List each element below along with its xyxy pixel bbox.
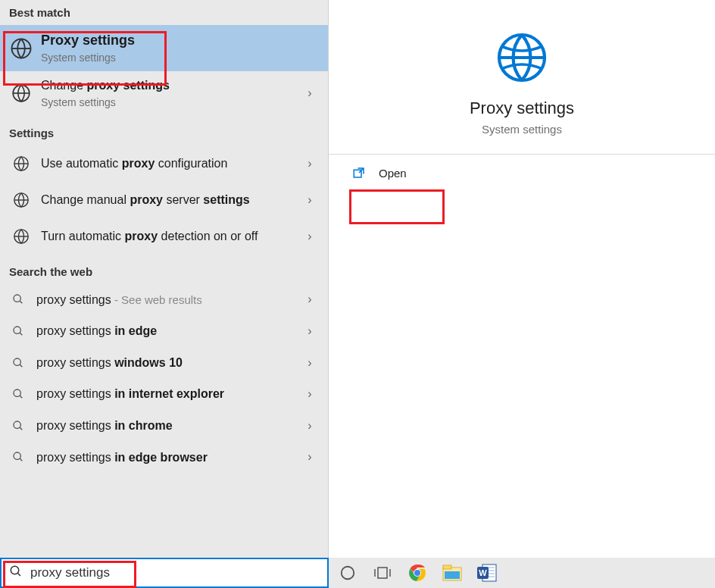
web-result-2[interactable]: proxy settings windows 10 ›	[0, 347, 328, 379]
svg-line-13	[20, 333, 22, 335]
result-settings-0[interactable]: Use automatic proxy configuration ›	[0, 145, 328, 182]
chevron-right-icon[interactable]: ›	[299, 230, 320, 243]
result-settings-1[interactable]: Change manual proxy server settings ›	[0, 182, 328, 218]
section-best-match: Best match	[0, 0, 328, 25]
result-title: proxy settings windows 10	[36, 355, 299, 371]
web-result-3[interactable]: proxy settings in internet explorer ›	[0, 378, 328, 410]
svg-line-11	[20, 301, 22, 303]
search-bar[interactable]	[0, 558, 329, 588]
preview-title: Proxy settings	[344, 99, 700, 118]
svg-rect-35	[443, 565, 451, 569]
svg-point-10	[14, 295, 20, 302]
svg-rect-36	[445, 571, 460, 579]
svg-point-25	[11, 566, 19, 574]
search-icon	[9, 565, 23, 581]
chevron-right-icon[interactable]: ›	[299, 419, 320, 433]
result-title: proxy settings in chrome	[36, 418, 299, 434]
svg-line-21	[20, 458, 22, 461]
svg-point-14	[14, 358, 20, 365]
result-settings-2[interactable]: Turn automatic proxy detection on or off…	[0, 218, 328, 255]
svg-point-16	[14, 389, 20, 396]
svg-rect-28	[378, 568, 387, 578]
result-subtitle: System settings	[41, 95, 299, 110]
chevron-right-icon[interactable]: ›	[299, 324, 320, 338]
svg-line-17	[20, 396, 22, 398]
taskbar: W	[329, 558, 715, 588]
preview-subtitle: System settings	[344, 123, 700, 136]
result-title: proxy settings in edge browser	[36, 449, 299, 466]
search-icon	[11, 292, 26, 307]
web-result-1[interactable]: proxy settings in edge ›	[0, 315, 328, 347]
svg-point-33	[414, 570, 420, 576]
result-title: proxy settings in internet explorer	[36, 386, 299, 402]
open-action[interactable]: Open	[329, 155, 715, 191]
svg-line-15	[20, 364, 22, 367]
globe-icon	[9, 224, 33, 249]
search-icon	[11, 386, 26, 402]
search-icon	[11, 449, 26, 464]
globe-icon	[9, 81, 33, 105]
search-icon	[11, 355, 26, 371]
globe-icon	[9, 36, 33, 61]
word-icon[interactable]: W	[477, 563, 497, 583]
result-title: Turn automatic proxy detection on or off	[41, 228, 268, 245]
svg-text:W: W	[479, 568, 487, 577]
chevron-right-icon[interactable]: ›	[299, 387, 320, 401]
search-icon	[11, 418, 26, 433]
search-input[interactable]	[30, 565, 320, 580]
result-title: Change manual proxy server settings	[41, 192, 299, 208]
chevron-right-icon[interactable]: ›	[299, 193, 320, 207]
result-title: Change proxy settings	[41, 77, 299, 94]
chevron-right-icon[interactable]: ›	[299, 356, 320, 370]
result-change-proxy[interactable]: Change proxy settings System settings ›	[0, 71, 328, 115]
svg-point-20	[14, 452, 20, 459]
web-result-0[interactable]: proxy settings - See web results ›	[0, 284, 328, 316]
globe-icon	[495, 30, 549, 85]
result-title: proxy settings in edge	[36, 323, 299, 339]
svg-line-26	[17, 573, 20, 576]
svg-point-12	[14, 327, 20, 333]
result-title: proxy settings - See web results	[36, 292, 299, 308]
svg-point-18	[14, 421, 20, 428]
open-icon	[351, 165, 367, 180]
svg-line-19	[20, 427, 22, 430]
cortana-icon[interactable]	[338, 563, 358, 583]
chevron-right-icon[interactable]: ›	[299, 450, 320, 464]
preview-panel: Proxy settings System settings Open	[329, 0, 715, 558]
open-label: Open	[379, 167, 407, 180]
result-best-match[interactable]: Proxy settings System settings	[0, 25, 328, 71]
search-results-panel: Best match Proxy settings System setting…	[0, 0, 329, 558]
globe-icon	[9, 188, 33, 212]
search-icon	[11, 324, 26, 339]
result-subtitle: System settings	[41, 51, 320, 65]
web-result-5[interactable]: proxy settings in edge browser ›	[0, 442, 328, 474]
globe-icon	[9, 152, 33, 176]
chevron-right-icon[interactable]: ›	[299, 157, 320, 170]
chevron-right-icon[interactable]: ›	[299, 292, 320, 306]
section-search-web: Search the web	[0, 255, 328, 284]
section-settings: Settings	[0, 116, 328, 145]
explorer-icon[interactable]	[442, 563, 462, 583]
result-title: Use automatic proxy configuration	[41, 155, 299, 172]
svg-point-27	[342, 567, 354, 580]
result-title: Proxy settings	[41, 31, 320, 49]
task-view-icon[interactable]	[373, 563, 392, 583]
web-result-4[interactable]: proxy settings in chrome ›	[0, 410, 328, 442]
chevron-right-icon[interactable]: ›	[299, 86, 320, 100]
chrome-icon[interactable]	[407, 563, 427, 583]
preview-hero: Proxy settings System settings	[329, 0, 715, 155]
